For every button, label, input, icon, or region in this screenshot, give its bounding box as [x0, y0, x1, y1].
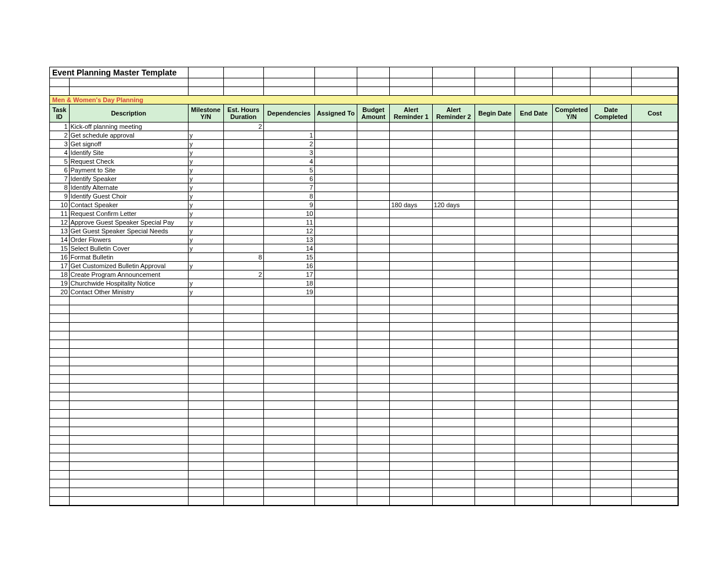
cell-task-id[interactable]: 16: [50, 253, 70, 262]
cell-completed-yn[interactable]: [553, 140, 591, 149]
cell-cost[interactable]: [632, 122, 678, 131]
cell-end-date[interactable]: [515, 122, 553, 131]
empty-cell[interactable]: [357, 488, 390, 497]
empty-cell[interactable]: [432, 358, 475, 366]
cell-begin-date[interactable]: [475, 262, 515, 270]
empty-cell[interactable]: [632, 401, 678, 410]
cell-end-date[interactable]: [515, 236, 553, 244]
empty-cell[interactable]: [357, 323, 390, 331]
empty-cell[interactable]: [591, 297, 632, 305]
empty-cell[interactable]: [50, 427, 70, 436]
empty-cell[interactable]: [314, 445, 357, 453]
empty-cell[interactable]: [188, 297, 223, 305]
cell-date-completed[interactable]: [591, 149, 632, 157]
empty-cell[interactable]: [515, 488, 553, 497]
empty-cell[interactable]: [390, 366, 432, 375]
empty-cell[interactable]: [432, 471, 475, 479]
cell-assigned-to[interactable]: [314, 227, 357, 236]
cell-begin-date[interactable]: [475, 201, 515, 210]
cell-cost[interactable]: [632, 166, 678, 175]
cell-completed-yn[interactable]: [553, 192, 591, 201]
cell-end-date[interactable]: [515, 201, 553, 210]
cell-budget[interactable]: [357, 131, 390, 140]
empty-cell[interactable]: [69, 375, 188, 384]
cell-begin-date[interactable]: [475, 210, 515, 218]
empty-cell[interactable]: [475, 340, 515, 349]
cell-description[interactable]: Create Program Announcement: [69, 270, 188, 279]
cell-milestone[interactable]: [188, 253, 223, 262]
cell-milestone[interactable]: y: [188, 140, 223, 149]
cell-assigned-to[interactable]: [314, 149, 357, 157]
empty-cell[interactable]: [390, 375, 432, 384]
cell-cost[interactable]: [632, 201, 678, 210]
empty-cell[interactable]: [632, 358, 678, 366]
cell-milestone[interactable]: y: [188, 157, 223, 166]
empty-cell[interactable]: [591, 445, 632, 453]
empty-cell[interactable]: [263, 418, 314, 427]
empty-cell[interactable]: [314, 331, 357, 340]
empty-cell[interactable]: [357, 305, 390, 314]
empty-cell[interactable]: [263, 462, 314, 471]
cell-begin-date[interactable]: [475, 244, 515, 253]
cell-alert-1[interactable]: [390, 175, 432, 183]
cell-alert-2[interactable]: [432, 227, 475, 236]
cell-completed-yn[interactable]: [553, 262, 591, 270]
cell-milestone[interactable]: y: [188, 236, 223, 244]
empty-cell[interactable]: [515, 453, 553, 462]
cell-est-hours[interactable]: [223, 157, 263, 166]
cell-alert-1[interactable]: 180 days: [390, 201, 432, 210]
empty-cell[interactable]: [390, 358, 432, 366]
cell-end-date[interactable]: [515, 244, 553, 253]
empty-cell[interactable]: [632, 384, 678, 392]
cell-assigned-to[interactable]: [314, 262, 357, 270]
empty-cell[interactable]: [50, 392, 70, 401]
cell-alert-1[interactable]: [390, 192, 432, 201]
empty-cell[interactable]: [69, 366, 188, 375]
cell-assigned-to[interactable]: [314, 210, 357, 218]
empty-cell[interactable]: [50, 314, 70, 323]
empty-cell[interactable]: [390, 305, 432, 314]
cell-completed-yn[interactable]: [553, 279, 591, 288]
cell-assigned-to[interactable]: [314, 122, 357, 131]
empty-cell[interactable]: [515, 410, 553, 418]
empty-cell[interactable]: [553, 453, 591, 462]
cell-end-date[interactable]: [515, 149, 553, 157]
empty-cell[interactable]: [50, 323, 70, 331]
empty-cell[interactable]: [591, 471, 632, 479]
empty-cell[interactable]: [591, 314, 632, 323]
cell-end-date[interactable]: [515, 157, 553, 166]
empty-cell[interactable]: [314, 366, 357, 375]
cell-alert-1[interactable]: [390, 218, 432, 227]
empty-cell[interactable]: [69, 453, 188, 462]
cell-dependencies[interactable]: 6: [263, 175, 314, 183]
empty-cell[interactable]: [632, 392, 678, 401]
empty-cell[interactable]: [223, 375, 263, 384]
empty-cell[interactable]: [357, 453, 390, 462]
empty-cell[interactable]: [69, 358, 188, 366]
empty-cell[interactable]: [553, 375, 591, 384]
empty-cell[interactable]: [69, 392, 188, 401]
empty-cell[interactable]: [223, 358, 263, 366]
cell-task-id[interactable]: 12: [50, 218, 70, 227]
cell-est-hours[interactable]: [223, 227, 263, 236]
empty-cell[interactable]: [263, 297, 314, 305]
empty-cell[interactable]: [314, 453, 357, 462]
cell-date-completed[interactable]: [591, 201, 632, 210]
empty-cell[interactable]: [515, 384, 553, 392]
empty-cell[interactable]: [357, 331, 390, 340]
empty-cell[interactable]: [357, 436, 390, 445]
cell-begin-date[interactable]: [475, 131, 515, 140]
empty-cell[interactable]: [591, 305, 632, 314]
cell-begin-date[interactable]: [475, 175, 515, 183]
empty-cell[interactable]: [553, 297, 591, 305]
cell-description[interactable]: Churchwide Hospitality Notice: [69, 279, 188, 288]
empty-cell[interactable]: [69, 445, 188, 453]
cell-dependencies[interactable]: 10: [263, 210, 314, 218]
empty-cell[interactable]: [357, 366, 390, 375]
empty-cell[interactable]: [432, 305, 475, 314]
empty-cell[interactable]: [553, 462, 591, 471]
empty-cell[interactable]: [553, 349, 591, 358]
empty-cell[interactable]: [390, 497, 432, 506]
cell-alert-1[interactable]: [390, 279, 432, 288]
cell-alert-1[interactable]: [390, 140, 432, 149]
